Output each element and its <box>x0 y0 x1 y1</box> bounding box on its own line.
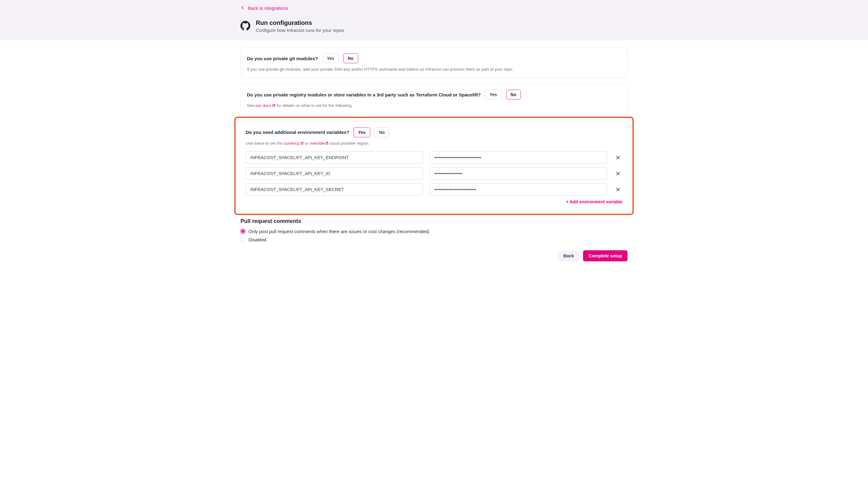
registry-question: Do you use private registry modules or s… <box>247 92 480 97</box>
close-icon <box>616 155 620 160</box>
remove-env-button[interactable] <box>614 153 622 162</box>
back-to-integrations-link[interactable]: Back to integrations <box>241 5 288 11</box>
pr-option-disabled-label: Disabled <box>248 237 266 242</box>
back-button[interactable]: Back <box>558 250 580 261</box>
arrow-left-icon <box>241 5 245 11</box>
page-title: Run configurations <box>256 19 344 26</box>
page-subtitle: Configure how Infracost runs for your re… <box>256 28 344 33</box>
env-vars-question: Do you need additional environment varia… <box>246 130 349 135</box>
env-value-input[interactable] <box>430 183 607 196</box>
env-key-input[interactable] <box>246 151 423 164</box>
external-link-icon <box>325 142 329 145</box>
override-link[interactable]: override <box>309 141 329 146</box>
external-link-icon <box>300 142 304 145</box>
env-vars-yes-button[interactable]: Yes <box>354 127 370 137</box>
highlighted-env-section: Do you need additional environment varia… <box>234 117 634 215</box>
external-link-icon <box>272 104 275 107</box>
remove-env-button[interactable] <box>614 185 622 194</box>
git-modules-no-button[interactable]: No <box>343 53 358 63</box>
our-docs-link[interactable]: our docs <box>255 103 275 108</box>
env-vars-help: Use these to set the currency or overrid… <box>246 140 622 146</box>
close-icon <box>616 171 620 176</box>
registry-no-button[interactable]: No <box>506 90 521 99</box>
env-row <box>246 183 622 196</box>
env-value-input[interactable] <box>430 167 607 180</box>
pr-option-recommended-label: Only post pull request comments when the… <box>248 229 429 234</box>
github-icon <box>241 21 250 32</box>
remove-env-button[interactable] <box>614 169 622 178</box>
env-vars-card: Do you need additional environment varia… <box>239 122 629 210</box>
currency-link[interactable]: currency <box>284 141 304 146</box>
env-row <box>246 167 622 180</box>
registry-help: See our docs for details on what to set … <box>247 103 621 109</box>
pr-option-recommended[interactable]: Only post pull request comments when the… <box>241 229 627 234</box>
env-vars-no-button[interactable]: No <box>374 127 390 137</box>
env-key-input[interactable] <box>246 167 423 180</box>
close-icon <box>616 187 620 192</box>
env-key-input[interactable] <box>246 183 423 196</box>
pr-comments-title: Pull request comments <box>241 218 627 225</box>
back-link-label: Back to integrations <box>248 5 288 11</box>
git-modules-yes-button[interactable]: Yes <box>322 53 339 63</box>
registry-modules-card: Do you use private registry modules or s… <box>241 84 627 115</box>
registry-yes-button[interactable]: Yes <box>485 90 501 99</box>
radio-checked-icon <box>241 229 245 234</box>
env-row <box>246 151 622 164</box>
env-value-input[interactable] <box>430 151 607 164</box>
git-modules-card: Do you use private git modules? Yes No I… <box>241 48 627 78</box>
pr-option-disabled[interactable]: Disabled <box>241 237 627 242</box>
add-env-var-link[interactable]: + Add environment variable <box>246 199 622 204</box>
git-modules-question: Do you use private git modules? <box>247 56 318 61</box>
radio-unchecked-icon <box>241 237 245 242</box>
complete-setup-button[interactable]: Complete setup <box>583 250 627 261</box>
git-modules-help: If you use private git modules, add your… <box>247 66 621 73</box>
